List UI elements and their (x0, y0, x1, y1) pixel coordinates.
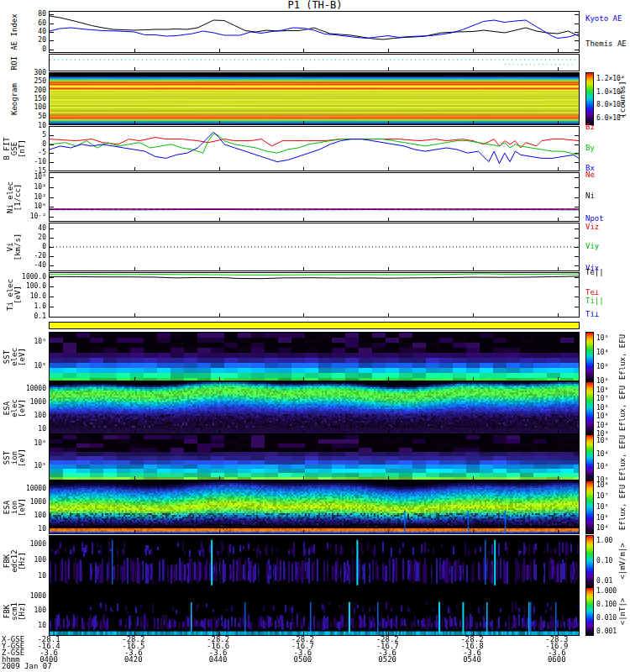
ae-xtick (219, 49, 220, 52)
roi-ylabel-text: ROI (11, 55, 18, 69)
b-legend-by: By (585, 144, 629, 152)
vi-series-layer (50, 223, 579, 270)
esa_e-xtick (388, 430, 389, 433)
esa_e-xtick (219, 430, 220, 433)
b-ytick-label: -5 (18, 150, 46, 156)
sst_i-xtick (219, 476, 220, 480)
ti-series-ti-par (50, 274, 579, 276)
esa_i-ytick-label: 10000 (18, 486, 46, 492)
colorbar-sst_e-unit: Eflux, EFU (617, 332, 628, 381)
fbk_b-ytick-label: 10 (18, 622, 46, 629)
ae-xtick (134, 49, 135, 52)
keogram-xtick (219, 121, 220, 124)
colorbar-esa_e-tick: 10⁶ (596, 405, 608, 412)
vi-xtick (303, 267, 304, 270)
b-series-layer (50, 127, 579, 171)
colorbar-fbk_e (585, 535, 594, 587)
vi-ytick-label: 40 (18, 225, 46, 232)
colorbar-sst_e-tick: 10⁴ (596, 349, 608, 356)
ti-ytick-label: 1000.0 (18, 274, 46, 281)
esa_e-ytick-label: 100 (18, 412, 46, 419)
keogram-ytick-label: 50 (18, 113, 46, 120)
vi-xtick (219, 267, 220, 270)
ae-xtick (303, 49, 304, 52)
b-xtick (219, 167, 220, 171)
colorbar-fbk_b (585, 587, 594, 636)
time-tick-label: 0540 (454, 656, 491, 664)
b-xtick (303, 167, 304, 171)
colorbar-esa_i-tick: 10⁴ (596, 525, 608, 532)
colorbar-keogram-unit-text: [counts] (619, 81, 627, 117)
sst_i-ytick-label: 10⁵ (18, 463, 46, 470)
ae-series-kyoto-ae (50, 20, 579, 39)
esa_i-xtick (219, 530, 220, 533)
colorbar-sst_e-tick: 10⁰ (596, 378, 608, 385)
fbk_b-spectrogram (50, 588, 579, 635)
ae-xtick (388, 49, 389, 52)
keogram-ytick-label: 250 (18, 78, 46, 85)
roi-xtick (134, 67, 135, 71)
b-ytick-mark-right (575, 171, 579, 171)
fbk_e-xtick (558, 583, 559, 586)
ni-ytick-label: 10⁰ (18, 203, 46, 210)
plot-title: P1 (TH-B) (0, 0, 630, 11)
esa_i-overlay-spacecraft-potential (50, 525, 579, 527)
esa_e-ytick-label: 10000 (18, 386, 46, 392)
esa_i-xtick (558, 530, 559, 533)
vi-ytick-label: 20 (18, 234, 46, 241)
sst_e-xtick (558, 377, 559, 381)
keogram-spectrogram (50, 73, 579, 124)
keogram-ytick-label: 100 (18, 104, 46, 111)
ni-series-layer (50, 173, 579, 221)
ni-legend-ne: Ne (585, 171, 629, 179)
colorbar-esa_e-unit: Eflux, EFU (617, 381, 628, 434)
colorbar-esa_e-tick: 10⁷ (596, 396, 608, 402)
sst_i-ytick-label: 10⁶ (18, 440, 46, 447)
colorbar-esa_i-unit: Eflux, EFU (617, 480, 628, 534)
sst_e-xtick (388, 377, 389, 381)
colorbar-esa_e-tick: 10⁴ (596, 423, 608, 429)
b-xtick (473, 167, 474, 171)
ti-legend-te-: Te|| (585, 269, 629, 276)
fbk_b-ytick-label: 100 (18, 607, 46, 614)
ae-xtick (473, 49, 474, 52)
fbk_e-ytick-label: 10 (18, 573, 46, 580)
ti-xtick (303, 313, 304, 317)
vi-legend-viy: Viy (585, 243, 629, 250)
colorbar-keogram (585, 72, 594, 125)
colorbar-esa_i-unit-text: Eflux, EFU (619, 485, 627, 530)
sst_e-xtick (303, 377, 304, 381)
date-label: 2009 Jan 07 (2, 663, 52, 670)
fbk_e-xtick (303, 583, 304, 586)
ae-series-layer (50, 12, 579, 52)
esa_i-xtick (303, 530, 304, 533)
time-tick-label: 0500 (284, 656, 321, 664)
vi-xtick (558, 267, 559, 270)
colorbar-esa_e-unit-text: Eflux, EFU (619, 385, 627, 430)
ti-xtick (558, 313, 559, 317)
esa_i-xtick (134, 530, 135, 533)
fbk_e-xtick (388, 583, 389, 586)
ni-legend-ni: Ni (585, 192, 629, 200)
ti-ytick-label: 1.0 (18, 303, 46, 310)
ti-series-te-par (50, 276, 579, 279)
roi-xtick (219, 67, 220, 71)
esa_i-xtick (473, 530, 474, 533)
roi-xtick (473, 67, 474, 71)
keogram-ytick-label: 300 (18, 70, 46, 76)
colorbar-fbk_b-tick: 0.100 (596, 601, 617, 608)
colorbar-sst_e (585, 332, 594, 381)
ni-ytick-label: 10⁴ (18, 184, 46, 191)
b-ytick-label: -10 (18, 159, 46, 165)
esa_e-xtick (558, 430, 559, 433)
ae-series-themis-ae (50, 16, 579, 39)
keogram-xtick (134, 121, 135, 124)
b-xtick (388, 167, 389, 171)
ni-ytick-label: 10² (18, 194, 46, 201)
colorbar-sst_i-tick: 10⁶ (596, 438, 608, 444)
ni-ytick-label: 10⁶ (18, 174, 46, 181)
b-ytick-mark (50, 171, 54, 171)
roi-series-layer (50, 55, 579, 71)
themis-summary-plot: P1 (TH-B) AE Index806040200Kyoto AEThemi… (0, 0, 630, 672)
vi-xtick (473, 267, 474, 270)
